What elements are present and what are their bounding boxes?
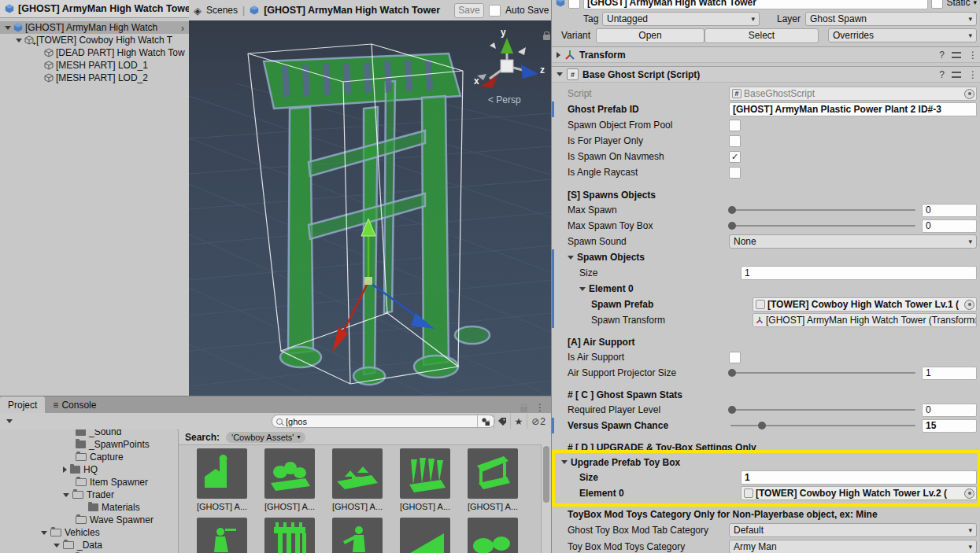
layer-dropdown[interactable]: Ghost Spawn▾ (805, 12, 977, 26)
folder-row[interactable]: _Sound (0, 429, 177, 438)
versus-spawn-chance-slider[interactable] (730, 425, 915, 426)
object-picker-icon[interactable] (964, 300, 974, 310)
hierarchy-row-lod1[interactable]: [MESH PART] LOD_1 (0, 59, 189, 72)
tab-project[interactable]: Project (0, 396, 45, 413)
object-picker-icon[interactable] (974, 315, 977, 326)
help-icon[interactable]: ? (939, 69, 945, 80)
max-spawn-toy-box-slider[interactable] (730, 225, 915, 227)
asset-thumbnail[interactable] (468, 448, 518, 499)
folder-row[interactable]: Capture (0, 451, 177, 463)
max-spawn-toy-box-value[interactable]: 0 (922, 219, 977, 233)
search-filter-pill[interactable]: 'Cowboy Assets' ▾ (226, 432, 305, 443)
foldout-closed-icon[interactable] (557, 52, 560, 58)
spawn-objects-size-field[interactable]: 1 (741, 266, 977, 280)
is-air-support-checkbox[interactable] (729, 352, 741, 363)
foldout-open-icon[interactable] (557, 72, 563, 76)
is-angle-raycast-checkbox[interactable] (729, 167, 741, 179)
search-by-label-icon[interactable] (494, 414, 510, 429)
asset-thumbnail[interactable] (197, 448, 247, 499)
folder-row[interactable]: _SpawnPoints (0, 438, 177, 451)
versus-spawn-chance-value[interactable]: 15 (922, 419, 977, 433)
variant-open-button[interactable]: Open (596, 28, 704, 43)
hierarchy-row-lod2[interactable]: [MESH PART] LOD_2 (0, 72, 189, 84)
folder-row[interactable]: HQ (0, 463, 177, 476)
asset-thumbnail[interactable] (197, 518, 247, 553)
persp-label[interactable]: < Persp (488, 94, 521, 105)
search-by-type-icon[interactable] (477, 414, 494, 429)
object-picker-icon[interactable] (964, 89, 974, 99)
presets-icon[interactable] (952, 51, 961, 59)
foldout-open-icon[interactable] (5, 26, 11, 30)
script-component-header[interactable]: # Base Ghost Script (Script) ? ⋮ (552, 66, 980, 83)
folder-row[interactable]: Vehicles (0, 526, 177, 539)
foldout-open-icon[interactable] (579, 287, 586, 291)
component-menu-icon[interactable]: ⋮ (968, 50, 978, 61)
spawn-prefab-object-field[interactable]: [TOWER] Cowboy High Watch Tower Lv.1 ( (753, 297, 977, 312)
gizmo-lock-icon[interactable] (543, 35, 550, 40)
static-checkbox[interactable] (931, 0, 943, 9)
static-dropdown-icon[interactable]: ▾ (973, 0, 977, 6)
upgrade-size-field[interactable]: 1 (741, 470, 977, 485)
max-spawn-slider[interactable] (730, 209, 915, 211)
help-icon[interactable]: ? (939, 50, 945, 61)
spawn-transform-object-field[interactable]: [GHOST] ArmyMan High Watch Tower (Transf… (753, 313, 977, 327)
folder-row[interactable]: Materials (0, 501, 177, 514)
upgrade-prefab-toy-box-foldout-row[interactable]: Upgrade Prefab Toy Box (552, 455, 980, 470)
presets-icon[interactable] (952, 71, 961, 79)
prefab-open-chevron-icon[interactable]: › (181, 22, 184, 34)
asset-thumbnail[interactable] (400, 518, 450, 553)
upgrade-element0-object-field[interactable]: [TOWER] Cowboy High Watch Tower Lv.2 ( (741, 486, 977, 500)
asset-thumbnail[interactable] (400, 448, 450, 499)
component-menu-icon[interactable]: ⋮ (968, 69, 978, 80)
prefab-mode-header[interactable]: [GHOST] ArmyMan High Watch Tower (0, 0, 189, 18)
tab-console[interactable]: ≡ Console (45, 396, 104, 413)
required-player-level-value[interactable]: 0 (922, 404, 977, 417)
variant-select-button[interactable]: Select (704, 28, 819, 43)
asset-thumbnail[interactable] (332, 518, 383, 553)
folder-row[interactable]: _Data (0, 539, 177, 551)
is-for-player-only-checkbox[interactable] (729, 135, 741, 147)
overrides-dropdown[interactable]: Overrides▾ (828, 28, 977, 42)
script-object-field[interactable]: # BaseGhostScript (729, 87, 977, 101)
spawn-objects-foldout-row[interactable]: Spawn Objects (552, 249, 980, 265)
hierarchy-row-root[interactable]: [GHOST] ArmyMan High Watch › (0, 21, 189, 34)
panel-lock-icon[interactable] (520, 407, 527, 412)
scene-view[interactable]: y x z < Persp (189, 20, 551, 396)
ghost-prefab-id-field[interactable]: [GHOST] ArmyMan Plastic Power Plant 2 ID… (729, 102, 977, 116)
foldout-open-icon[interactable] (63, 493, 69, 497)
foldout-open-icon[interactable] (41, 531, 47, 535)
asset-thumbnail[interactable] (264, 448, 315, 499)
project-search-field[interactable]: [ghos × (272, 415, 495, 428)
hidden-count-toggle[interactable]: ⊘ 2 (527, 414, 549, 429)
foldout-open-icon[interactable] (568, 256, 574, 260)
asset-thumbnail[interactable] (332, 448, 383, 499)
tag-dropdown[interactable]: Untagged▾ (602, 12, 760, 26)
air-support-projector-size-value[interactable]: 1 (922, 367, 977, 380)
folder-row[interactable]: Trader (0, 488, 177, 501)
scene-orientation-gizmo[interactable] (477, 38, 538, 88)
folder-row[interactable]: Item Spawner (0, 476, 177, 488)
panel-menu-icon[interactable]: ⋮ (535, 402, 545, 413)
create-dropdown-icon[interactable] (6, 419, 13, 423)
transform-component-header[interactable]: Transform ? ⋮ (552, 46, 980, 63)
foldout-open-icon[interactable] (54, 544, 60, 547)
asset-thumbnail[interactable] (264, 518, 315, 553)
air-support-projector-size-slider[interactable] (730, 372, 915, 374)
foldout-open-icon[interactable] (16, 39, 22, 42)
favorites-star-icon[interactable]: ★ (510, 414, 527, 429)
hierarchy-row-deadpart[interactable]: [DEAD PART] High Watch Tow (0, 46, 189, 59)
element0-foldout-row[interactable]: Element 0 (552, 281, 980, 297)
spawn-sound-dropdown[interactable]: None▾ (729, 234, 977, 249)
foldout-open-icon[interactable] (561, 460, 568, 464)
max-spawn-value[interactable]: 0 (922, 204, 977, 217)
gameobject-name-field[interactable]: [GHOST] ArmyMan High Watch Tower (583, 0, 928, 9)
foldout-closed-icon[interactable] (63, 466, 67, 473)
is-spawn-on-navmesh-checkbox[interactable]: ✓ (729, 151, 741, 163)
auto-save-checkbox[interactable] (489, 5, 501, 17)
spawn-object-from-pool-checkbox[interactable] (729, 120, 741, 131)
required-player-level-slider[interactable] (730, 409, 915, 411)
asset-grid-scrollbar[interactable] (541, 444, 551, 553)
save-button[interactable]: Save (454, 3, 484, 18)
ghost-toybox-tab-category-dropdown[interactable]: Default▾ (729, 523, 977, 537)
hierarchy-row-tower[interactable]: + [TOWER] Cowboy High Watch T (0, 34, 189, 46)
